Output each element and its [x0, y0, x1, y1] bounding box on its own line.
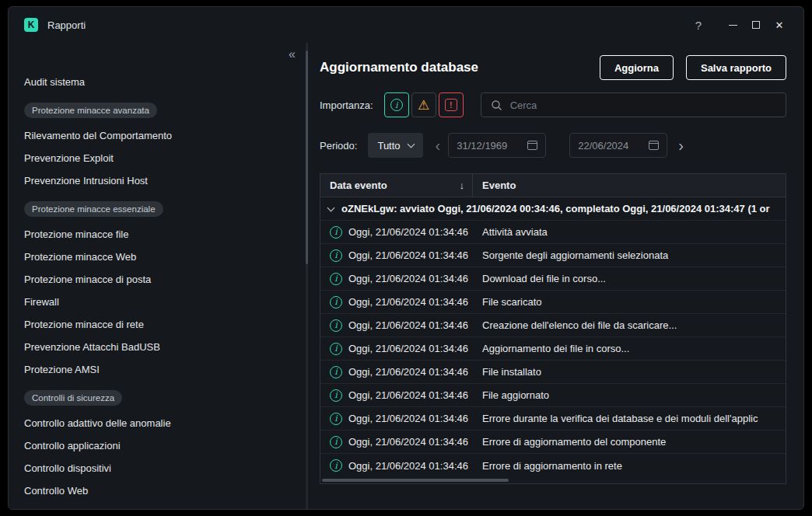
event-date-cell: iOggi, 21/06/2024 01:34:46 — [320, 454, 473, 477]
header-actions: Aggiorna Salva rapporto — [600, 55, 786, 80]
search-box[interactable] — [481, 92, 786, 117]
event-text: Sorgente degli aggiornamenti selezionata — [473, 244, 786, 267]
event-date: Oggi, 21/06/2024 01:34:46 — [348, 436, 468, 448]
event-date: Oggi, 21/06/2024 01:34:46 — [348, 389, 468, 401]
event-date: Oggi, 21/06/2024 01:34:46 — [348, 366, 468, 378]
sidebar-item[interactable]: Protezione minacce file — [24, 223, 297, 246]
calendar-icon — [527, 141, 537, 150]
table-row[interactable]: iOggi, 21/06/2024 01:34:46Sorgente degli… — [320, 244, 786, 267]
date-from-value: 31/12/1969 — [457, 140, 507, 152]
table-row[interactable]: iOggi, 21/06/2024 01:34:46Errore durante… — [320, 407, 786, 431]
calendar-icon — [649, 141, 659, 150]
table-row[interactable]: iOggi, 21/06/2024 01:34:46Download dei f… — [320, 267, 786, 291]
table-row[interactable]: iOggi, 21/06/2024 01:34:46File installat… — [320, 361, 786, 384]
refresh-button[interactable]: Aggiorna — [600, 55, 674, 80]
sidebar-item[interactable]: Controllo adattivo delle anomalie — [24, 412, 297, 434]
critical-icon: ! — [445, 99, 457, 111]
info-icon: i — [330, 296, 342, 309]
sidebar-item[interactable]: Controllo dispositivi — [24, 457, 297, 479]
info-icon: i — [330, 436, 342, 448]
close-button[interactable]: ✕ — [768, 13, 791, 37]
kaspersky-logo-icon: K — [24, 18, 38, 32]
sidebar-item[interactable]: Controllo Web — [24, 479, 297, 502]
event-text: File aggiornato — [473, 384, 786, 406]
table-hscrollbar-track[interactable] — [320, 477, 786, 483]
column-header-event-label: Evento — [482, 180, 516, 191]
event-date: Oggi, 21/06/2024 01:34:46 — [348, 413, 468, 424]
maximize-button[interactable] — [744, 13, 768, 37]
severity-filter-group: i ⚠ ! — [384, 92, 464, 117]
table-row[interactable]: iOggi, 21/06/2024 01:34:46Errore di aggi… — [320, 454, 786, 477]
table-header: Data evento ↓ Evento — [320, 174, 786, 197]
date-to-value: 22/06/2024 — [578, 140, 628, 152]
column-header-date[interactable]: Data evento ↓ — [320, 174, 473, 197]
event-text: File scaricato — [473, 291, 786, 313]
sidebar-item[interactable]: Protezione minacce Web — [24, 246, 297, 268]
sidebar-item[interactable]: Protezione AMSI — [24, 358, 297, 381]
event-date: Oggi, 21/06/2024 01:34:46 — [348, 460, 468, 472]
info-icon: i — [330, 459, 342, 472]
search-input[interactable] — [510, 99, 776, 111]
task-group-row[interactable]: oZNEkLgw: avviato Oggi, 21/06/2024 00:34… — [320, 197, 786, 221]
sidebar-item[interactable]: Rilevamento del Comportamento — [24, 124, 297, 147]
sidebar-section-badge: Protezione minacce essenziale — [24, 201, 163, 217]
warning-icon: ⚠ — [418, 99, 429, 112]
date-to-field[interactable]: 22/06/2024 — [569, 133, 667, 158]
period-select[interactable]: Tutto — [368, 133, 422, 158]
table-hscrollbar-thumb[interactable] — [322, 479, 509, 482]
table-row[interactable]: iOggi, 21/06/2024 01:34:46Errore di aggi… — [320, 431, 786, 454]
event-date-cell: iOggi, 21/06/2024 01:34:46 — [320, 267, 473, 290]
chevron-down-icon — [327, 204, 335, 211]
event-text: Errore durante la verifica dei database … — [473, 407, 786, 430]
info-icon: i — [330, 273, 342, 285]
event-date: Oggi, 21/06/2024 01:34:46 — [348, 296, 468, 308]
period-next-button[interactable]: › — [678, 138, 684, 153]
table-row[interactable]: iOggi, 21/06/2024 01:34:46File scaricato — [320, 291, 786, 314]
period-filter-row: Periodo: Tutto ‹ 31/12/1969 22/06/2024 › — [320, 133, 786, 158]
sidebar-item[interactable]: Prevenzione Intrusioni Host — [24, 169, 297, 192]
table-row[interactable]: iOggi, 21/06/2024 01:34:46Creazione dell… — [320, 314, 786, 337]
severity-critical-toggle[interactable]: ! — [439, 92, 464, 117]
date-from-field[interactable]: 31/12/1969 — [448, 133, 546, 158]
event-date: Oggi, 21/06/2024 01:34:46 — [348, 319, 468, 331]
minimize-icon — [729, 25, 737, 26]
sidebar-item[interactable]: Prevenzione Attacchi BadUSB — [24, 336, 297, 358]
event-text: Download dei file in corso... — [473, 267, 786, 290]
period-prev-button[interactable]: ‹ — [436, 138, 441, 153]
chevron-down-icon — [407, 141, 415, 148]
event-text: File installato — [473, 361, 786, 383]
page-title: Aggiornamento database — [320, 60, 478, 75]
sidebar-item[interactable]: Prevenzione Exploit — [24, 147, 297, 169]
help-button[interactable]: ? — [687, 13, 710, 37]
sidebar: « Audit sistemaProtezione minacce avanza… — [9, 43, 308, 509]
minimize-button[interactable] — [721, 13, 744, 37]
sidebar-item[interactable]: Protezione minacce di posta — [24, 268, 297, 291]
info-icon: i — [330, 319, 342, 332]
info-icon: i — [330, 249, 342, 262]
sidebar-scrollbar-thumb[interactable] — [306, 51, 308, 264]
event-date-cell: iOggi, 21/06/2024 01:34:46 — [320, 291, 473, 313]
event-text: Aggiornamento dei file in corso... — [473, 337, 786, 360]
event-date: Oggi, 21/06/2024 01:34:46 — [348, 273, 468, 284]
sidebar-item[interactable]: Protezione minacce di rete — [24, 313, 297, 336]
sidebar-item[interactable]: Firewall — [24, 291, 297, 313]
table-row[interactable]: iOggi, 21/06/2024 01:34:46Attività avvia… — [320, 221, 786, 244]
maximize-icon — [752, 21, 760, 29]
severity-info-toggle[interactable]: i — [384, 92, 409, 117]
table-row[interactable]: iOggi, 21/06/2024 01:34:46File aggiornat… — [320, 384, 786, 407]
column-header-event[interactable]: Evento — [473, 174, 786, 197]
sort-desc-icon: ↓ — [460, 180, 465, 191]
collapse-sidebar-button[interactable]: « — [287, 47, 297, 61]
sidebar-section-badge: Protezione minacce avanzata — [24, 103, 157, 118]
info-icon: i — [330, 366, 342, 378]
event-date-cell: iOggi, 21/06/2024 01:34:46 — [320, 384, 473, 406]
sidebar-collapse-row: « — [24, 47, 297, 64]
save-report-button[interactable]: Salva rapporto — [686, 55, 786, 80]
titlebar: K Rapporti ? ✕ — [9, 7, 803, 43]
info-icon: i — [330, 226, 342, 239]
sidebar-item[interactable]: Audit sistema — [24, 71, 297, 93]
sidebar-item[interactable]: Controllo applicazioni — [24, 434, 297, 457]
task-group-text: oZNEkLgw: avviato Oggi, 21/06/2024 00:34… — [341, 203, 770, 214]
severity-warning-toggle[interactable]: ⚠ — [411, 92, 436, 117]
table-row[interactable]: iOggi, 21/06/2024 01:34:46Aggiornamento … — [320, 337, 786, 361]
